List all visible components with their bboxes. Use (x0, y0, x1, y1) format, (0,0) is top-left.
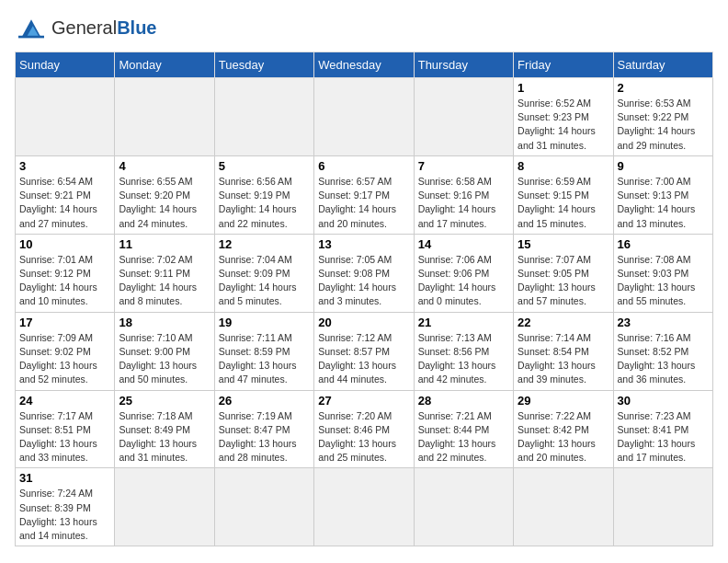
day-number: 22 (518, 316, 609, 329)
calendar-cell: 3Sunrise: 6:54 AM Sunset: 9:21 PM Daylig… (16, 155, 115, 234)
day-info: Sunrise: 6:59 AM Sunset: 9:15 PM Dayligh… (518, 175, 609, 231)
day-info: Sunrise: 7:07 AM Sunset: 9:05 PM Dayligh… (518, 253, 609, 309)
column-header-tuesday: Tuesday (214, 52, 313, 78)
calendar-cell (214, 78, 313, 156)
day-info: Sunrise: 6:53 AM Sunset: 9:22 PM Dayligh… (618, 97, 709, 153)
day-info: Sunrise: 7:22 AM Sunset: 8:42 PM Dayligh… (518, 409, 609, 465)
calendar-cell: 31Sunrise: 7:24 AM Sunset: 8:39 PM Dayli… (16, 468, 115, 546)
day-number: 6 (318, 159, 409, 173)
day-number: 16 (618, 237, 709, 251)
day-info: Sunrise: 7:21 AM Sunset: 8:44 PM Dayligh… (418, 409, 509, 465)
calendar-cell: 11Sunrise: 7:02 AM Sunset: 9:11 PM Dayli… (115, 234, 214, 312)
day-info: Sunrise: 7:24 AM Sunset: 8:39 PM Dayligh… (19, 487, 110, 543)
day-info: Sunrise: 7:08 AM Sunset: 9:03 PM Dayligh… (618, 253, 709, 309)
day-number: 27 (318, 394, 409, 408)
calendar-cell: 7Sunrise: 6:58 AM Sunset: 9:16 PM Daylig… (414, 155, 513, 234)
logo-icon (15, 15, 48, 40)
day-number: 25 (119, 394, 210, 408)
column-header-wednesday: Wednesday (314, 52, 414, 78)
day-number: 23 (618, 316, 709, 329)
day-number: 20 (318, 316, 409, 329)
day-number: 4 (119, 159, 210, 173)
calendar-cell: 2Sunrise: 6:53 AM Sunset: 9:22 PM Daylig… (613, 78, 712, 156)
calendar-week-row: 31Sunrise: 7:24 AM Sunset: 8:39 PM Dayli… (16, 468, 713, 546)
column-header-saturday: Saturday (613, 52, 712, 78)
day-number: 9 (618, 159, 709, 173)
day-number: 1 (518, 81, 609, 95)
calendar-week-row: 1Sunrise: 6:52 AM Sunset: 9:23 PM Daylig… (16, 78, 713, 156)
day-info: Sunrise: 7:04 AM Sunset: 9:09 PM Dayligh… (219, 253, 310, 309)
calendar-cell (314, 468, 414, 546)
day-info: Sunrise: 7:19 AM Sunset: 8:47 PM Dayligh… (219, 409, 310, 465)
day-number: 7 (418, 159, 509, 173)
day-info: Sunrise: 7:10 AM Sunset: 9:00 PM Dayligh… (119, 331, 210, 387)
calendar-cell (414, 468, 513, 546)
header: GeneralBlue (15, 15, 713, 40)
calendar-cell: 14Sunrise: 7:06 AM Sunset: 9:06 PM Dayli… (414, 234, 513, 312)
calendar-cell: 25Sunrise: 7:18 AM Sunset: 8:49 PM Dayli… (115, 390, 214, 468)
day-info: Sunrise: 7:16 AM Sunset: 8:52 PM Dayligh… (618, 331, 709, 387)
day-info: Sunrise: 7:11 AM Sunset: 8:59 PM Dayligh… (219, 331, 310, 387)
calendar-cell: 17Sunrise: 7:09 AM Sunset: 9:02 PM Dayli… (16, 312, 115, 390)
day-info: Sunrise: 6:56 AM Sunset: 9:19 PM Dayligh… (219, 175, 310, 231)
calendar-cell (115, 468, 214, 546)
day-info: Sunrise: 7:05 AM Sunset: 9:08 PM Dayligh… (318, 253, 409, 309)
calendar-cell: 13Sunrise: 7:05 AM Sunset: 9:08 PM Dayli… (314, 234, 414, 312)
calendar-week-row: 17Sunrise: 7:09 AM Sunset: 9:02 PM Dayli… (16, 312, 713, 390)
day-number: 15 (518, 237, 609, 251)
day-info: Sunrise: 7:14 AM Sunset: 8:54 PM Dayligh… (518, 331, 609, 387)
day-number: 29 (518, 394, 609, 408)
day-info: Sunrise: 7:02 AM Sunset: 9:11 PM Dayligh… (119, 253, 210, 309)
calendar-cell (115, 78, 214, 156)
calendar-cell (314, 78, 414, 156)
day-number: 17 (19, 316, 110, 329)
day-info: Sunrise: 7:00 AM Sunset: 9:13 PM Dayligh… (618, 175, 709, 231)
day-info: Sunrise: 7:20 AM Sunset: 8:46 PM Dayligh… (318, 409, 409, 465)
logo-wordmark: GeneralBlue (51, 17, 157, 38)
column-header-thursday: Thursday (414, 52, 513, 78)
day-number: 8 (518, 159, 609, 173)
calendar-cell: 18Sunrise: 7:10 AM Sunset: 9:00 PM Dayli… (115, 312, 214, 390)
calendar-cell (16, 78, 115, 156)
day-info: Sunrise: 7:01 AM Sunset: 9:12 PM Dayligh… (19, 253, 110, 309)
calendar-cell: 5Sunrise: 6:56 AM Sunset: 9:19 PM Daylig… (214, 155, 313, 234)
day-info: Sunrise: 7:12 AM Sunset: 8:57 PM Dayligh… (318, 331, 409, 387)
calendar-cell (613, 468, 712, 546)
calendar-cell (214, 468, 313, 546)
day-number: 2 (618, 81, 709, 95)
day-number: 21 (418, 316, 509, 329)
calendar-header-row: SundayMondayTuesdayWednesdayThursdayFrid… (16, 52, 713, 78)
calendar-cell: 30Sunrise: 7:23 AM Sunset: 8:41 PM Dayli… (613, 390, 712, 468)
day-info: Sunrise: 6:55 AM Sunset: 9:20 PM Dayligh… (119, 175, 210, 231)
day-number: 19 (219, 316, 310, 329)
day-number: 10 (19, 237, 110, 251)
calendar-cell: 4Sunrise: 6:55 AM Sunset: 9:20 PM Daylig… (115, 155, 214, 234)
calendar-cell: 8Sunrise: 6:59 AM Sunset: 9:15 PM Daylig… (514, 155, 613, 234)
calendar-week-row: 24Sunrise: 7:17 AM Sunset: 8:51 PM Dayli… (16, 390, 713, 468)
day-info: Sunrise: 7:13 AM Sunset: 8:56 PM Dayligh… (418, 331, 509, 387)
day-info: Sunrise: 6:57 AM Sunset: 9:17 PM Dayligh… (318, 175, 409, 231)
calendar-week-row: 3Sunrise: 6:54 AM Sunset: 9:21 PM Daylig… (16, 155, 713, 234)
day-info: Sunrise: 7:06 AM Sunset: 9:06 PM Dayligh… (418, 253, 509, 309)
day-number: 11 (119, 237, 210, 251)
calendar-cell: 27Sunrise: 7:20 AM Sunset: 8:46 PM Dayli… (314, 390, 414, 468)
calendar-week-row: 10Sunrise: 7:01 AM Sunset: 9:12 PM Dayli… (16, 234, 713, 312)
day-info: Sunrise: 6:52 AM Sunset: 9:23 PM Dayligh… (518, 97, 609, 153)
column-header-sunday: Sunday (16, 52, 115, 78)
day-number: 24 (19, 394, 110, 408)
day-number: 30 (618, 394, 709, 408)
column-header-monday: Monday (115, 52, 214, 78)
calendar-cell: 22Sunrise: 7:14 AM Sunset: 8:54 PM Dayli… (514, 312, 613, 390)
calendar-cell: 26Sunrise: 7:19 AM Sunset: 8:47 PM Dayli… (214, 390, 313, 468)
calendar: SundayMondayTuesdayWednesdayThursdayFrid… (15, 52, 713, 546)
day-number: 13 (318, 237, 409, 251)
day-info: Sunrise: 7:18 AM Sunset: 8:49 PM Dayligh… (119, 409, 210, 465)
day-number: 26 (219, 394, 310, 408)
day-info: Sunrise: 6:58 AM Sunset: 9:16 PM Dayligh… (418, 175, 509, 231)
day-number: 3 (19, 159, 110, 173)
calendar-cell: 29Sunrise: 7:22 AM Sunset: 8:42 PM Dayli… (514, 390, 613, 468)
calendar-cell: 24Sunrise: 7:17 AM Sunset: 8:51 PM Dayli… (16, 390, 115, 468)
day-number: 14 (418, 237, 509, 251)
calendar-cell: 23Sunrise: 7:16 AM Sunset: 8:52 PM Dayli… (613, 312, 712, 390)
day-number: 12 (219, 237, 310, 251)
